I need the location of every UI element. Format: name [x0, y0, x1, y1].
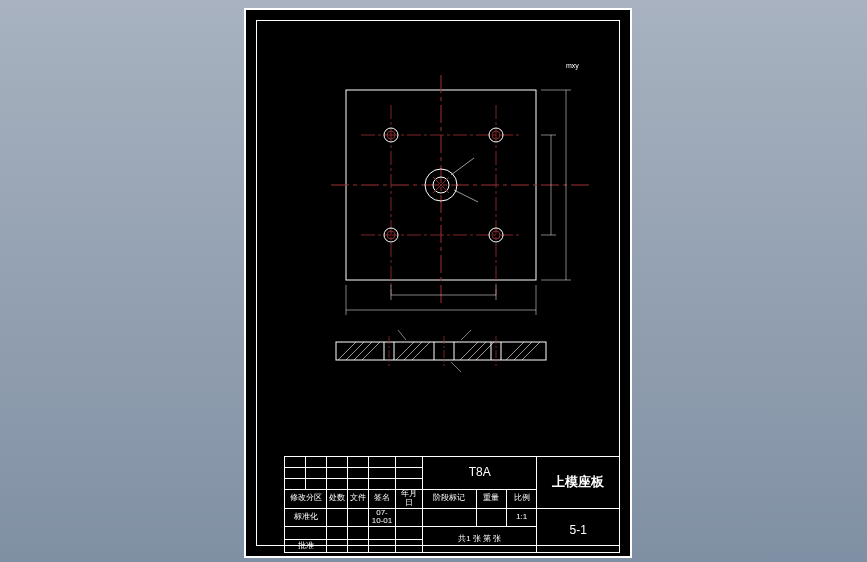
row2-date: 07-10-01: [369, 508, 396, 527]
approve-cell: 批准: [285, 540, 327, 553]
svg-line-19: [514, 342, 532, 360]
sec-leader3: [451, 362, 461, 372]
part-number-cell: 5-1: [537, 508, 620, 553]
svg-line-12: [396, 342, 414, 360]
row2-c1: 标准化: [285, 508, 327, 527]
row1-c4: 签名: [369, 490, 396, 509]
svg-line-13: [404, 342, 422, 360]
leader2: [454, 190, 478, 202]
weight-label: 重量: [476, 490, 506, 509]
top-view: [331, 75, 591, 315]
section-view: [336, 330, 546, 372]
part-name-cell: 上模座板: [537, 457, 620, 509]
title-block: T8A 上模座板 修改分区 处数 文件 签名 年月日 阶段标记 重量 比例 标准…: [284, 456, 620, 546]
svg-line-11: [362, 342, 380, 360]
sheet-label: 共1 张 第 张: [423, 527, 537, 553]
row1-c5: 年月日: [396, 490, 423, 509]
row1-c1: 修改分区: [285, 490, 327, 509]
svg-line-16: [468, 342, 486, 360]
hatch: [338, 342, 540, 360]
svg-line-10: [354, 342, 372, 360]
sec-leader1: [398, 330, 406, 340]
note-mxy: mxy: [566, 62, 579, 69]
scale-value: 1:1: [507, 508, 537, 527]
row1-c3: 文件: [348, 490, 369, 509]
svg-line-15: [460, 342, 478, 360]
svg-line-20: [522, 342, 540, 360]
svg-line-9: [346, 342, 364, 360]
drawing-sheet: mxy T8A 上模座板 修改分区 处数 文件 签名 年月日 阶段标记 重: [244, 8, 632, 558]
svg-line-8: [338, 342, 356, 360]
row1-c2: 处数: [327, 490, 348, 509]
scale-label: 比例: [507, 490, 537, 509]
material-cell: T8A: [423, 457, 537, 490]
section-outline: [336, 342, 546, 360]
svg-line-18: [506, 342, 524, 360]
svg-line-14: [412, 342, 430, 360]
title-table: T8A 上模座板 修改分区 处数 文件 签名 年月日 阶段标记 重量 比例 标准…: [284, 456, 620, 553]
leader1: [451, 158, 474, 175]
sec-leader2: [461, 330, 471, 340]
stage-label: 阶段标记: [423, 490, 477, 509]
